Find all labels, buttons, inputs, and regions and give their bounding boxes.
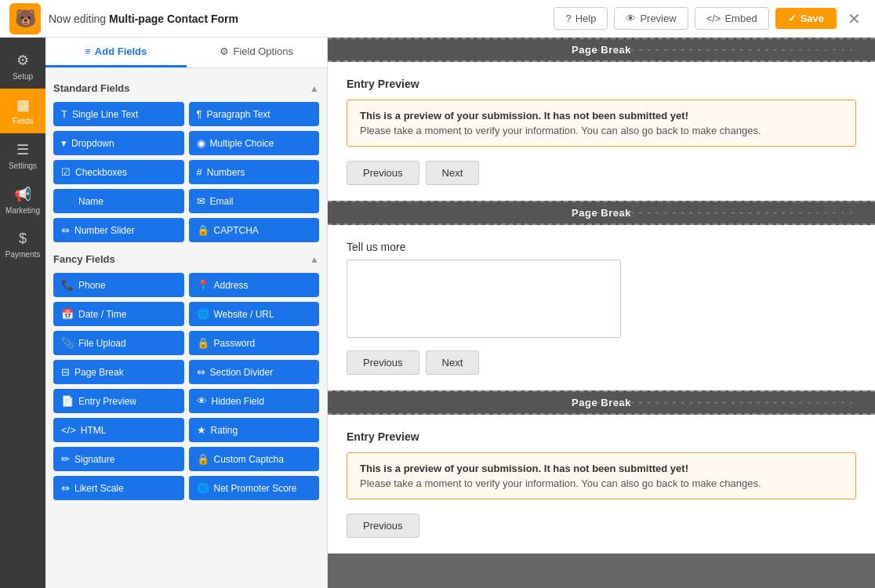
field-btn-net-promoter-score[interactable]: 🌐 Net Promoter Score <box>189 476 320 500</box>
numbers-icon: # <box>197 166 202 178</box>
sidebar-item-fields[interactable]: ▦ Fields <box>0 89 45 133</box>
field-btn-entry-preview[interactable]: 📄 Entry Preview <box>53 389 184 413</box>
field-btn-likert-scale[interactable]: ⇔ Likert Scale <box>53 476 184 500</box>
preview-notice-3: This is a preview of your submission. It… <box>347 452 856 499</box>
topbar: 🐻 Now editing Multi-page Contact Form ? … <box>0 0 875 38</box>
field-btn-numbers[interactable]: # Numbers <box>189 160 320 184</box>
nav-buttons-3: Previous <box>347 514 856 538</box>
dropdown-icon: ▾ <box>61 137 67 149</box>
email-icon: ✉ <box>197 195 205 207</box>
preview-button[interactable]: 👁 Preview <box>614 7 688 30</box>
tell-us-label: Tell us more <box>347 241 856 253</box>
fields-tabs: ≡ Add Fields ⚙ Field Options <box>45 38 327 68</box>
field-btn-email[interactable]: ✉ Email <box>189 189 320 213</box>
field-btn-multiple-choice[interactable]: ◉ Multiple Choice <box>189 131 320 155</box>
file-upload-icon: 📎 <box>61 337 74 349</box>
signature-icon: ✏ <box>61 453 70 465</box>
custom-captcha-icon: 🔒 <box>197 453 209 465</box>
close-button[interactable]: ✕ <box>843 9 866 28</box>
sidebar-item-setup[interactable]: ⚙ Setup <box>0 44 45 89</box>
field-btn-phone[interactable]: 📞 Phone <box>53 273 184 297</box>
hidden-field-icon: 👁 <box>197 395 207 407</box>
tell-us-textarea[interactable] <box>347 260 621 338</box>
password-icon: 🔒 <box>197 337 209 349</box>
field-btn-website-url[interactable]: 🌐 Website / URL <box>189 302 320 326</box>
field-btn-name[interactable]: 👤 Name <box>53 189 184 213</box>
address-icon: 📍 <box>197 279 209 291</box>
fancy-fields-grid: 📞 Phone 📍 Address 📅 Date / Time 🌐 Websit… <box>53 273 319 500</box>
page-break-icon: ⊟ <box>61 366 70 378</box>
previous-button-3[interactable]: Previous <box>347 514 419 538</box>
field-btn-rating[interactable]: ★ Rating <box>189 418 320 442</box>
setup-icon: ⚙ <box>16 52 29 69</box>
html-icon: </> <box>61 424 76 436</box>
marketing-icon: 📢 <box>14 186 31 203</box>
field-btn-hidden-field[interactable]: 👁 Hidden Field <box>189 389 320 413</box>
field-btn-paragraph-text[interactable]: ¶ Paragraph Text <box>189 102 320 126</box>
name-icon: 👤 <box>61 195 74 207</box>
number-slider-icon: ⇔ <box>61 224 70 236</box>
previous-button-1[interactable]: Previous <box>347 161 419 185</box>
field-btn-file-upload[interactable]: 📎 File Upload <box>53 331 184 355</box>
field-btn-checkboxes[interactable]: ☑ Checkboxes <box>53 160 184 184</box>
nav-buttons-1: Previous Next <box>347 161 856 185</box>
main-layout: ⚙ Setup ▦ Fields ☰ Settings 📢 Marketing … <box>0 38 875 588</box>
checkboxes-icon: ☑ <box>61 166 71 178</box>
sidebar-item-settings[interactable]: ☰ Settings <box>0 133 45 178</box>
multiple-choice-icon: ◉ <box>197 137 205 149</box>
entry-preview-label-1: Entry Preview <box>347 78 856 90</box>
phone-icon: 📞 <box>61 279 74 291</box>
side-nav: ⚙ Setup ▦ Fields ☰ Settings 📢 Marketing … <box>0 38 45 588</box>
sidebar-item-marketing[interactable]: 📢 Marketing <box>0 178 45 223</box>
settings-icon: ☰ <box>16 141 29 158</box>
paragraph-text-icon: ¶ <box>197 108 202 120</box>
field-btn-date-time[interactable]: 📅 Date / Time <box>53 302 184 326</box>
form-section-3: Entry Preview This is a preview of your … <box>328 415 875 554</box>
field-btn-password[interactable]: 🔒 Password <box>189 331 320 355</box>
fields-panel: ≡ Add Fields ⚙ Field Options Standard Fi… <box>45 38 328 588</box>
field-btn-address[interactable]: 📍 Address <box>189 273 320 297</box>
fancy-fields-header: Fancy Fields ▲ <box>53 253 319 265</box>
single-line-text-icon: T <box>61 108 67 120</box>
add-fields-icon: ≡ <box>85 45 91 57</box>
standard-fields-header: Standard Fields ▲ <box>53 82 319 94</box>
help-button[interactable]: ? Help <box>554 7 608 30</box>
captcha-icon: 🔒 <box>197 224 209 236</box>
standard-fields-chevron[interactable]: ▲ <box>310 83 319 94</box>
topbar-actions: ? Help 👁 Preview </> Embed ✓ Save ✕ <box>554 7 866 30</box>
page-break-bar-2: Page Break <box>328 201 875 225</box>
sidebar-item-payments[interactable]: $ Payments <box>0 223 45 267</box>
save-button[interactable]: ✓ Save <box>775 8 837 29</box>
field-options-icon: ⚙ <box>220 45 229 57</box>
field-btn-number-slider[interactable]: ⇔ Number Slider <box>53 218 184 242</box>
page-break-bar-3: Page Break <box>328 390 875 415</box>
field-btn-page-break[interactable]: ⊟ Page Break <box>53 360 184 384</box>
form-section-1: Entry Preview This is a preview of your … <box>328 62 875 201</box>
next-button-1[interactable]: Next <box>426 161 480 185</box>
field-btn-dropdown[interactable]: ▾ Dropdown <box>53 131 184 155</box>
check-icon: ✓ <box>788 13 797 24</box>
fancy-fields-chevron[interactable]: ▲ <box>310 254 319 265</box>
help-icon: ? <box>565 13 571 24</box>
date-time-icon: 📅 <box>61 308 74 320</box>
embed-button[interactable]: </> Embed <box>695 7 769 30</box>
field-btn-html[interactable]: </> HTML <box>53 418 184 442</box>
form-section-2: Tell us more Previous Next <box>328 225 875 390</box>
tab-field-options[interactable]: ⚙ Field Options <box>187 38 328 67</box>
topbar-title: Now editing Multi-page Contact Form <box>49 13 546 25</box>
rating-icon: ★ <box>197 424 206 436</box>
field-btn-captcha[interactable]: 🔒 CAPTCHA <box>189 218 320 242</box>
previous-button-2[interactable]: Previous <box>347 350 419 375</box>
entry-preview-label-3: Entry Preview <box>347 430 856 443</box>
next-button-2[interactable]: Next <box>426 350 480 375</box>
embed-icon: </> <box>706 13 721 24</box>
field-btn-signature[interactable]: ✏ Signature <box>53 447 184 471</box>
tab-add-fields[interactable]: ≡ Add Fields <box>45 38 187 67</box>
field-btn-custom-captcha[interactable]: 🔒 Custom Captcha <box>189 447 320 471</box>
preview-icon: 👁 <box>626 13 636 24</box>
field-btn-single-line-text[interactable]: T Single Line Text <box>53 102 184 126</box>
fields-icon: ▦ <box>16 96 30 114</box>
field-btn-section-divider[interactable]: ⇔ Section Divider <box>189 360 320 384</box>
nav-buttons-2: Previous Next <box>347 350 856 375</box>
page-break-bar-1: Page Break <box>328 38 875 62</box>
